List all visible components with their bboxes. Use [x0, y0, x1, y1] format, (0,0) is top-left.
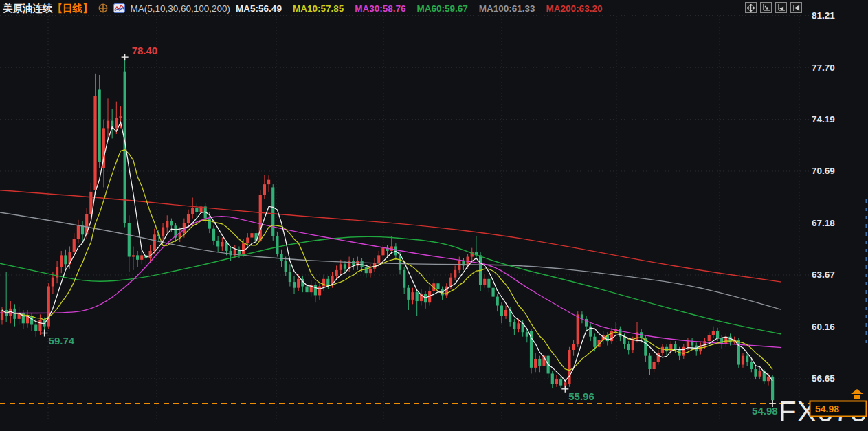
symbol-title: 美原油连续【日线】: [3, 2, 93, 15]
ma-settings-label[interactable]: MA(5,10,30,60,100,200): [131, 3, 231, 14]
price-axis-label: 60.16: [812, 322, 835, 332]
ma60-line: [0, 236, 781, 334]
ma-value-5: MA200:63.20: [546, 3, 603, 14]
low-last-cross: 54.98: [752, 400, 778, 417]
low-left-cross: 59.74: [41, 330, 75, 346]
mini-chart-icon[interactable]: [113, 3, 125, 13]
price-axis-label: 70.69: [812, 166, 835, 176]
low-left-cross-label: 59.74: [49, 335, 75, 346]
chart-toolbar: [745, 2, 802, 13]
chart-header: 美原油连续【日线】 MA(5,10,30,60,100,200) MA5:56.…: [3, 1, 602, 15]
ma200-line: [0, 190, 781, 282]
period-tag[interactable]: 【日线】: [53, 3, 93, 14]
ma30-line: [0, 217, 781, 348]
symbol-name: 美原油连续: [3, 3, 53, 14]
low-mid-cross-label: 55.96: [568, 390, 594, 402]
price-axis: 81.2177.7074.1970.6967.1863.6760.1656.65: [812, 10, 835, 384]
candles-layer: [1, 57, 774, 404]
last-price-value: 54.98: [815, 404, 839, 415]
ma-value-2: MA30:58.76: [355, 3, 405, 14]
low-last-cross-label: 54.98: [752, 405, 778, 417]
ma100-line: [0, 212, 781, 309]
scale-axis-right-icon[interactable]: [775, 2, 787, 13]
grid: [0, 14, 810, 421]
scale-axis-left-icon[interactable]: [760, 2, 772, 13]
high-cross: 78.40: [122, 45, 158, 60]
ma-values: MA5:56.49MA10:57.85MA30:58.76MA60:59.67M…: [236, 3, 602, 14]
price-axis-label: 81.21: [812, 10, 835, 21]
price-axis-label: 56.65: [812, 373, 835, 384]
price-axis-label: 67.18: [812, 218, 835, 228]
price-axis-label: 74.19: [812, 114, 835, 124]
add-compare-icon[interactable]: [98, 3, 108, 13]
chart-app-window: 美原油连续【日线】 MA(5,10,30,60,100,200) MA5:56.…: [0, 0, 868, 431]
go-to-latest-icon[interactable]: [790, 2, 802, 13]
ma-value-3: MA60:59.67: [417, 3, 468, 14]
price-axis-label: 77.70: [812, 63, 835, 73]
pan-icon[interactable]: [745, 2, 757, 13]
last-price-box: 54.98: [810, 401, 867, 417]
price-axis-label: 63.67: [812, 269, 835, 280]
ma-value-1: MA10:57.85: [293, 3, 344, 14]
low-mid-cross: 55.96: [561, 386, 594, 402]
chart-canvas[interactable]: 78.4059.7455.9654.9881.2177.7074.1970.69…: [0, 0, 868, 431]
high-cross-label: 78.40: [132, 45, 158, 56]
ma-value-0: MA5:56.49: [236, 3, 282, 14]
ma-value-4: MA100:61.33: [479, 3, 535, 14]
